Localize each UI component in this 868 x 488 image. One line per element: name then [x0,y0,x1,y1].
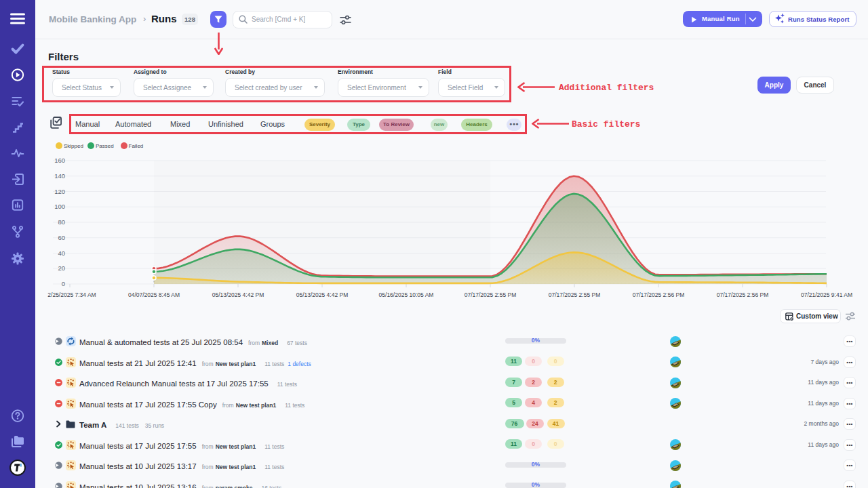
svg-text:04/07/2025 8:45 AM: 04/07/2025 8:45 AM [128,291,180,298]
svg-text:60: 60 [58,234,65,241]
svg-text:160: 160 [54,157,65,164]
svg-text:07/17/2025 2:55 PM: 07/17/2025 2:55 PM [465,291,517,298]
svg-text:07/17/2025 2:56 PM: 07/17/2025 2:56 PM [717,291,769,298]
svg-text:120: 120 [54,188,65,195]
svg-text:140: 140 [54,172,65,180]
svg-text:80: 80 [58,218,65,226]
svg-text:100: 100 [54,203,65,210]
svg-text:2/25/2025 7:34 AM: 2/25/2025 7:34 AM [47,291,96,298]
svg-text:20: 20 [58,264,65,272]
svg-text:05/16/2025 10:05 AM: 05/16/2025 10:05 AM [379,291,434,298]
svg-text:07/17/2025 2:56 PM: 07/17/2025 2:56 PM [633,291,685,298]
svg-text:40: 40 [58,249,65,257]
svg-text:0: 0 [62,280,65,287]
svg-text:05/13/2025 4:42 PM: 05/13/2025 4:42 PM [212,291,264,298]
svg-text:05/13/2025 4:42 PM: 05/13/2025 4:42 PM [296,291,349,298]
svg-text:07/21/2025 9:41 AM: 07/21/2025 9:41 AM [801,291,852,298]
svg-text:07/17/2025 2:55 PM: 07/17/2025 2:55 PM [549,291,601,298]
